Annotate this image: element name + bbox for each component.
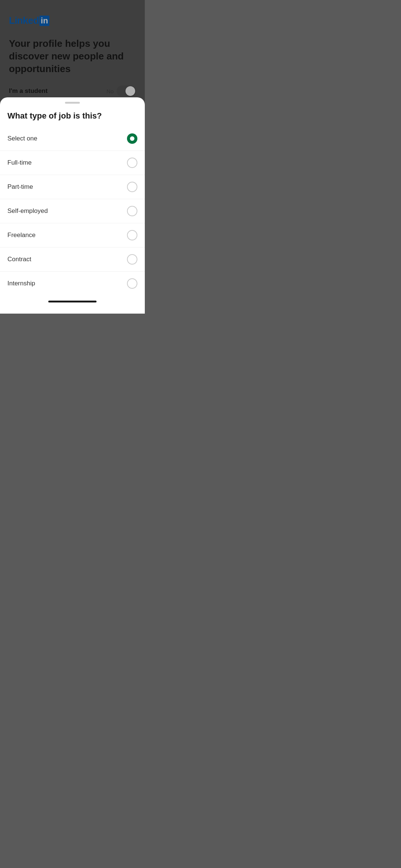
option-item[interactable]: Internship: [0, 272, 145, 295]
options-list: Select oneFull-timePart-timeSelf-employe…: [0, 127, 145, 295]
option-item[interactable]: Full-time: [0, 151, 145, 175]
option-label: Part-time: [7, 183, 33, 191]
radio-unselected-icon: [127, 206, 137, 216]
radio-unselected-icon: [127, 182, 137, 192]
option-item[interactable]: Select one: [0, 127, 145, 151]
option-item[interactable]: Freelance: [0, 223, 145, 247]
radio-unselected-icon: [127, 254, 137, 265]
option-label: Internship: [7, 280, 35, 287]
radio-inner-dot: [130, 136, 134, 141]
radio-unselected-icon: [127, 158, 137, 168]
option-label: Freelance: [7, 231, 36, 239]
option-label: Contract: [7, 256, 31, 263]
option-label: Self-employed: [7, 207, 48, 215]
option-item[interactable]: Self-employed: [0, 199, 145, 223]
option-item[interactable]: Part-time: [0, 175, 145, 199]
screen-container: Linked in Your profile helps you discove…: [0, 0, 145, 314]
option-item[interactable]: Contract: [0, 247, 145, 272]
radio-selected-icon: [127, 133, 137, 144]
drag-handle[interactable]: [65, 102, 80, 104]
home-indicator: [48, 301, 97, 302]
option-label: Full-time: [7, 159, 32, 166]
sheet-title: What type of job is this?: [0, 111, 145, 127]
option-label: Select one: [7, 135, 37, 142]
radio-unselected-icon: [127, 230, 137, 240]
bottom-sheet: What type of job is this? Select oneFull…: [0, 97, 145, 314]
radio-unselected-icon: [127, 278, 137, 289]
